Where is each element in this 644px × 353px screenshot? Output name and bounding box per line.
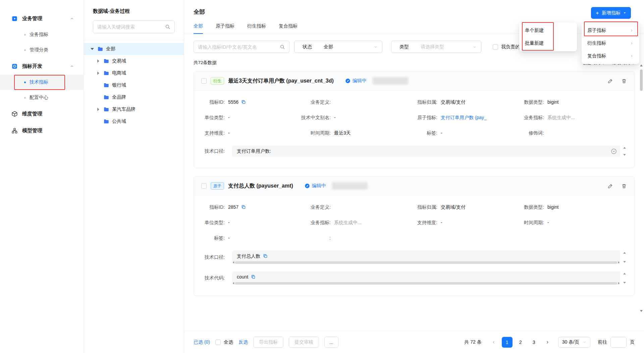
page-size-select[interactable]: 30 条/页 xyxy=(558,337,590,348)
sidebar-item-mgmt-category[interactable]: 管理分类 xyxy=(0,42,84,58)
status-badge: 编辑中 xyxy=(305,183,326,189)
sidebar-group-label: 业务管理 xyxy=(22,15,42,22)
expand-circle-chevron-icon[interactable] xyxy=(611,148,617,154)
tree-node-all[interactable]: 全部 xyxy=(84,43,184,55)
page-3-button[interactable]: 3 xyxy=(529,337,539,348)
tab-composite[interactable]: 复合指标 xyxy=(279,23,298,34)
tech-code-box[interactable]: count xyxy=(232,271,620,285)
tech-caliber-box[interactable]: 支付订单用户数: xyxy=(232,146,620,157)
page-1-button[interactable]: 1 xyxy=(502,337,513,348)
field-indicator-domain: 指标归属: 交易域/支付 xyxy=(407,204,513,210)
caret-down-icon xyxy=(623,11,627,15)
tree-node-all-brands[interactable]: 全品牌 xyxy=(84,91,184,103)
mine-checkbox[interactable] xyxy=(493,44,498,50)
menu-item-single-create[interactable]: 单个新建 xyxy=(521,24,575,37)
chevron-up-icon[interactable] xyxy=(70,16,74,21)
field-modifier: 修饰词: xyxy=(513,130,627,136)
sidebar-item-tech-indicators[interactable]: 技术指标 xyxy=(0,74,84,90)
invert-selection-link[interactable]: 反选 xyxy=(238,339,248,345)
page-2-button[interactable]: 2 xyxy=(515,337,526,348)
tree-caret-collapsed-icon[interactable] xyxy=(96,71,101,75)
tab-derived[interactable]: 衍生指标 xyxy=(247,23,266,34)
goto-label: 前往 xyxy=(598,339,607,345)
search-icon[interactable] xyxy=(165,24,170,30)
field-tags: 标签: - xyxy=(407,130,513,136)
atomic-indicator-link[interactable]: 支付订单用户数 (pay_ xyxy=(441,115,487,121)
tree-node-bank-domain[interactable]: 银行域 xyxy=(84,79,184,91)
next-page-button[interactable] xyxy=(542,337,553,348)
menu-item-atomic[interactable]: 原子指标 xyxy=(583,24,638,37)
status-filter[interactable]: 状态 全部 xyxy=(294,41,382,53)
scroll-right-arrow-icon[interactable] xyxy=(618,261,620,263)
scrollbar-thumb[interactable] xyxy=(235,282,617,285)
sidebar-item-config-center[interactable]: 配置中心 xyxy=(0,90,84,105)
chevron-right-icon xyxy=(630,41,634,45)
tree-node-public-domain[interactable]: 公共域 xyxy=(84,115,184,128)
scroll-down-arrow-icon[interactable] xyxy=(640,310,643,312)
tree-caret-collapsed-icon[interactable] xyxy=(96,59,101,63)
scroll-up-arrow-icon[interactable] xyxy=(640,64,643,66)
edit-icon[interactable] xyxy=(607,183,613,189)
more-actions-button[interactable]: ... xyxy=(324,337,338,348)
sidebar-group-indicator-dev[interactable]: 指标开发 xyxy=(0,58,84,74)
target-icon xyxy=(11,63,18,69)
menu-item-derived[interactable]: 衍生指标 xyxy=(583,37,638,50)
tab-all[interactable]: 全部 xyxy=(194,23,203,34)
chevron-left-icon xyxy=(491,340,496,345)
box-spinner[interactable] xyxy=(622,271,627,285)
select-all-checkbox[interactable] xyxy=(215,340,221,345)
copy-icon[interactable] xyxy=(241,205,246,209)
menu-item-batch-create[interactable]: 批量新建 xyxy=(521,37,575,50)
goto-page-input[interactable] xyxy=(610,337,627,348)
horizontal-scrollbar[interactable] xyxy=(232,261,620,264)
search-icon[interactable] xyxy=(280,44,285,50)
submit-review-button[interactable]: 提交审核 xyxy=(289,337,319,348)
scroll-left-arrow-icon[interactable] xyxy=(233,282,234,284)
delete-icon[interactable] xyxy=(621,78,627,84)
menu-item-composite[interactable]: 复合指标 xyxy=(583,50,638,62)
type-filter[interactable]: 类型 请选择类型 xyxy=(391,41,481,53)
card-checkbox[interactable] xyxy=(201,78,207,84)
tree-caret-expanded-icon[interactable] xyxy=(90,48,95,50)
chevron-up-icon[interactable] xyxy=(70,64,74,68)
export-button[interactable]: 导出指标 xyxy=(253,337,283,348)
tech-caliber-box[interactable]: 支付总人数 xyxy=(232,251,620,264)
tree-node-ecommerce-domain[interactable]: 电商域 xyxy=(84,67,184,79)
horizontal-scrollbar[interactable] xyxy=(232,282,620,285)
delete-icon[interactable] xyxy=(621,183,627,189)
copy-icon[interactable] xyxy=(263,254,268,258)
sidebar-group-model-mgmt[interactable]: 模型管理 xyxy=(0,122,84,139)
sidebar-group-business-mgmt[interactable]: 业务管理 xyxy=(0,10,84,27)
scrollbar-thumb[interactable] xyxy=(235,261,617,264)
page-title: 全部 xyxy=(184,0,644,16)
tree-caret-collapsed-icon[interactable] xyxy=(96,108,101,111)
card-title: 支付总人数 (payuser_amt) xyxy=(228,183,293,190)
tab-atomic[interactable]: 原子指标 xyxy=(216,23,234,34)
prev-page-button[interactable] xyxy=(488,337,499,348)
sidebar-group-dimension-mgmt[interactable]: 维度管理 xyxy=(0,105,84,122)
select-all-control[interactable]: 全选 xyxy=(215,339,233,345)
video-icon xyxy=(11,15,18,22)
indicator-search-input[interactable] xyxy=(198,44,277,50)
vertical-scrollbar[interactable] xyxy=(639,64,643,312)
tree-node-trade-domain[interactable]: 交易域 xyxy=(84,55,184,67)
copy-icon[interactable] xyxy=(241,100,246,104)
edit-icon[interactable] xyxy=(607,78,613,84)
tree-node-car-brand[interactable]: 某汽车品牌 xyxy=(84,103,184,115)
mine-filter[interactable]: 我负责的 xyxy=(493,44,520,50)
box-spinner[interactable] xyxy=(622,146,627,157)
sidebar-item-business-indicators[interactable]: 业务指标 xyxy=(0,27,84,42)
scrollbar-thumb[interactable] xyxy=(640,69,643,91)
tech-code-row: 技术代码: count xyxy=(201,271,627,285)
sidebar-group-label: 指标开发 xyxy=(22,63,42,69)
box-spinner[interactable] xyxy=(622,251,627,264)
list-meta-row: 共72条数据 创建时间 修改时间 xyxy=(194,60,635,66)
copy-icon[interactable] xyxy=(251,274,256,279)
tree-search-input[interactable] xyxy=(97,24,162,30)
add-indicator-button[interactable]: 新增指标 xyxy=(591,7,631,19)
card-checkbox[interactable] xyxy=(201,183,207,189)
tree-node-label: 公共域 xyxy=(112,118,126,124)
chevron-down-icon xyxy=(374,45,378,49)
scroll-left-arrow-icon[interactable] xyxy=(233,261,234,263)
scroll-right-arrow-icon[interactable] xyxy=(618,282,620,284)
